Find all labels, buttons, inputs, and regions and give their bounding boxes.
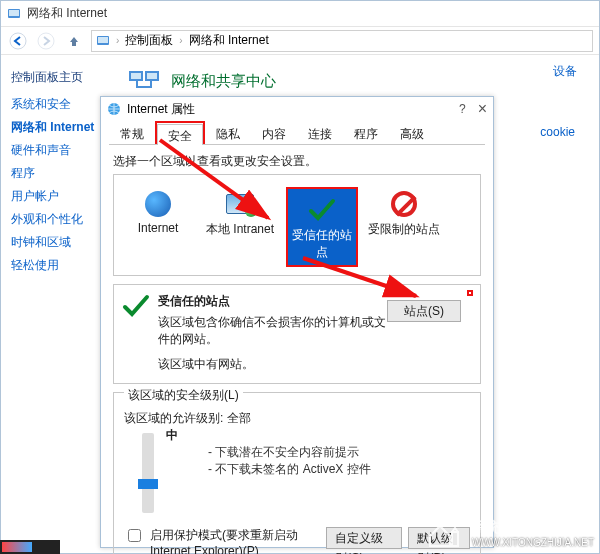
- checkmark-icon: [122, 293, 150, 321]
- security-level-group: 该区域的安全级别(L) 该区域的允许级别: 全部 中 下载潜在不安全内容前提示 …: [113, 392, 481, 554]
- zone-restricted-sites[interactable]: 受限制的站点: [368, 187, 440, 267]
- sidebar-item[interactable]: 用户帐户: [11, 188, 103, 205]
- globe-icon: [107, 102, 121, 116]
- zone-trusted-sites[interactable]: 受信任的站点: [286, 187, 358, 267]
- level-bullet: 不下载未签名的 ActiveX 控件: [208, 461, 371, 478]
- allowed-levels: 该区域的允许级别: 全部: [124, 410, 470, 427]
- tab-content[interactable]: 内容: [251, 122, 297, 145]
- sidebar-item[interactable]: 硬件和声音: [11, 142, 103, 159]
- tab-strip: 常规 安全 隐私 内容 连接 程序 高级: [109, 121, 485, 145]
- custom-level-button[interactable]: 自定义级别(C)...: [326, 527, 402, 549]
- trusted-note: 该区域中有网站。: [158, 356, 470, 373]
- zone-label: 受限制的站点: [368, 221, 440, 238]
- breadcrumb-bar[interactable]: › 控制面板 › 网络和 Internet: [91, 30, 593, 52]
- network-sharing-icon: [129, 67, 163, 95]
- forward-button[interactable]: [35, 30, 57, 52]
- sidebar-item[interactable]: 程序: [11, 165, 103, 182]
- tab-privacy[interactable]: 隐私: [205, 122, 251, 145]
- zone-label: 本地 Intranet: [204, 221, 276, 238]
- window-titlebar: 网络和 Internet: [1, 1, 599, 27]
- device-link[interactable]: 设备: [553, 63, 577, 80]
- internet-properties-dialog: Internet 属性 ? × 常规 安全 隐私 内容 连接 程序 高级 选择一…: [100, 96, 494, 548]
- sidebar-item-active[interactable]: 网络和 Internet: [11, 119, 103, 136]
- level-value: 中: [166, 427, 371, 444]
- sidebar-item[interactable]: 系统和安全: [11, 96, 103, 113]
- instruction-text: 选择一个区域以查看或更改安全设置。: [113, 153, 481, 170]
- security-panel: 选择一个区域以查看或更改安全设置。 Internet 本地 Intranet 受…: [101, 145, 493, 554]
- svg-rect-9: [147, 73, 157, 79]
- annotation-red-box: 站点(S): [467, 290, 473, 296]
- cookie-link[interactable]: cookie: [540, 125, 575, 139]
- tab-general[interactable]: 常规: [109, 122, 155, 145]
- zone-local-intranet[interactable]: 本地 Intranet: [204, 187, 276, 267]
- sidebar-item[interactable]: 时钟和区域: [11, 234, 103, 251]
- security-level-heading: 该区域的安全级别(L): [124, 387, 243, 404]
- sidebar-item[interactable]: 轻松使用: [11, 257, 103, 274]
- sidebar-home[interactable]: 控制面板主页: [11, 69, 103, 86]
- sites-button[interactable]: 站点(S): [387, 300, 461, 322]
- address-bar-row: › 控制面板 › 网络和 Internet: [1, 27, 599, 55]
- dialog-title: Internet 属性: [127, 101, 195, 118]
- watermark-title: 系统之家: [472, 519, 594, 537]
- chevron-icon: ›: [179, 35, 182, 46]
- taskbar-fragment: [0, 540, 60, 554]
- up-button[interactable]: [63, 30, 85, 52]
- svg-point-3: [38, 33, 54, 49]
- zone-list: Internet 本地 Intranet 受信任的站点 受限制的站点: [113, 174, 481, 276]
- slider-thumb[interactable]: [138, 479, 158, 489]
- protected-mode-label: 启用保护模式(要求重新启动 Internet Explorer)(P): [150, 527, 320, 554]
- dialog-titlebar[interactable]: Internet 属性 ? ×: [101, 97, 493, 121]
- zone-internet[interactable]: Internet: [122, 187, 194, 267]
- control-panel-icon: [7, 7, 21, 21]
- content-title[interactable]: 网络和共享中心: [171, 72, 276, 91]
- chevron-icon: ›: [116, 35, 119, 46]
- monitor-icon: [226, 194, 254, 214]
- watermark-url: WWW.XITONGZHIJIA.NET: [472, 537, 594, 548]
- tab-security[interactable]: 安全: [157, 124, 203, 145]
- window-title: 网络和 Internet: [27, 5, 107, 22]
- forbidden-icon: [391, 191, 417, 217]
- tab-programs[interactable]: 程序: [343, 122, 389, 145]
- security-level-slider[interactable]: [142, 433, 154, 513]
- checkmark-icon: [307, 196, 337, 224]
- tab-connections[interactable]: 连接: [297, 122, 343, 145]
- breadcrumb-cp[interactable]: 控制面板: [125, 32, 173, 49]
- help-button[interactable]: ?: [459, 102, 466, 116]
- close-button[interactable]: ×: [478, 100, 487, 118]
- breadcrumb-icon: [96, 34, 110, 48]
- watermark: 系统之家 WWW.XITONGZHIJIA.NET: [428, 518, 594, 548]
- tab-advanced[interactable]: 高级: [389, 122, 435, 145]
- level-bullet: 下载潜在不安全内容前提示: [208, 444, 371, 461]
- svg-rect-1: [9, 10, 19, 16]
- svg-rect-5: [98, 37, 108, 43]
- annotation-red-box: 安全: [155, 121, 205, 144]
- breadcrumb-section[interactable]: 网络和 Internet: [189, 32, 269, 49]
- back-button[interactable]: [7, 30, 29, 52]
- sidebar: 控制面板主页 系统和安全 网络和 Internet 硬件和声音 程序 用户帐户 …: [1, 57, 113, 288]
- globe-icon: [145, 191, 171, 217]
- sidebar-item[interactable]: 外观和个性化: [11, 211, 103, 228]
- svg-rect-8: [131, 73, 141, 79]
- enable-protected-mode-checkbox[interactable]: [128, 529, 141, 542]
- trusted-sites-info: 站点(S) 受信任的站点 该区域包含你确信不会损害你的计算机或文件的网站。 该区…: [113, 284, 481, 384]
- watermark-logo-icon: [428, 518, 466, 548]
- trusted-desc: 该区域包含你确信不会损害你的计算机或文件的网站。: [158, 314, 388, 348]
- svg-point-2: [10, 33, 26, 49]
- zone-label: 受信任的站点: [290, 227, 354, 261]
- zone-label: Internet: [122, 221, 194, 235]
